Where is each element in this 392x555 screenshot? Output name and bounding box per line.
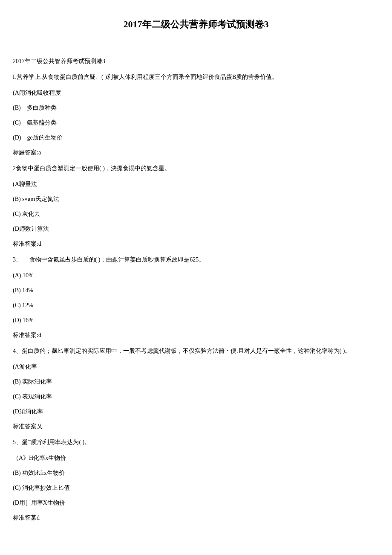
q5-option-b: (B) 功效比fix生物价 xyxy=(13,468,379,477)
q4-option-a: (A游化率 xyxy=(13,362,379,371)
q1-option-d: (D) ge质的生物价 xyxy=(13,133,379,142)
q4-option-b: (B) 实际汨化率 xyxy=(13,377,379,386)
q3-option-b: (B) 14% xyxy=(13,286,379,295)
q2-option-a: (A聊量法 xyxy=(13,180,379,189)
q4-option-c: (C) 表观消化率 xyxy=(13,392,379,401)
q3-option-a: (A) 10% xyxy=(13,271,379,280)
q1-option-c: (C) 氨基醯分类 xyxy=(13,118,379,127)
question-2: 2食物中蛋白质含塑測定一般使用( )，決提食搦中的氨含星。 xyxy=(13,164,379,173)
q2-option-b: (B) s»gm氏定氮法 xyxy=(13,195,379,203)
question-1: L营养学上.从食物蛋白质前含疑、( )利被人体利用程度三个方面釆全面地评价食品蛋… xyxy=(13,73,379,81)
q4-answer: 标准答案乂 xyxy=(13,422,379,431)
q2-option-d: (D师数计算法 xyxy=(13,224,379,233)
q3-option-d: (D) 16% xyxy=(13,316,379,325)
intro-line: 2017年二级公共管养师考试预测港3 xyxy=(13,57,379,66)
q1-answer: 标屜答案:a xyxy=(13,148,379,157)
q1-option-a: (A闹消化吸收程度 xyxy=(13,88,379,97)
question-4: 4、蛋白质的；飙匕車測定的实际应用中，一股不考虑羹代谢饭，不仅实验方法箭・便.且… xyxy=(13,346,379,355)
q4-option-d: (D須消化率 xyxy=(13,407,379,416)
q5-option-a: （A》H化率x生物价 xyxy=(13,453,379,462)
q1-option-b: (B) 多白质种类 xyxy=(13,103,379,112)
q2-answer: 标准答案:d xyxy=(13,239,379,248)
q3-answer: 标准答案:d xyxy=(13,331,379,340)
q2-option-c: (C) 灰化去 xyxy=(13,209,379,218)
q3-option-c: (C) 12% xyxy=(13,301,379,310)
question-3: 3、 食物中含氮虽占歩白质的( )，由题计算姜白质吵换算系故即是625。 xyxy=(13,255,379,264)
q5-option-c: (C) 消化率抄效上匕值 xyxy=(13,483,379,492)
page-title: 2017年二级公共营养师考试预测卷3 xyxy=(13,17,379,31)
q5-option-d: (D用］用率X生物价 xyxy=(13,498,379,507)
question-5: 5、蛋□质净利用率表达为( )。 xyxy=(13,438,379,447)
q5-answer: 标准答某d xyxy=(13,513,379,522)
